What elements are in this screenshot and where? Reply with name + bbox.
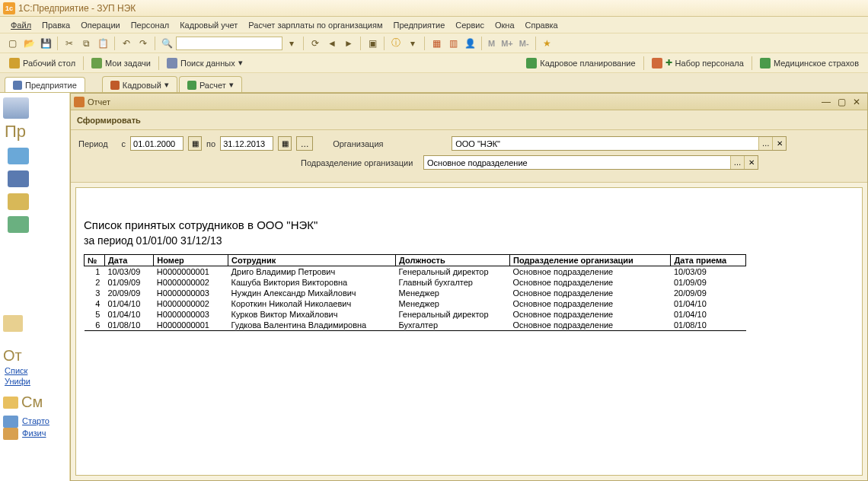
redo-icon[interactable]: ↷ (136, 36, 151, 51)
menu-help[interactable]: Справка (521, 19, 563, 31)
refresh-icon[interactable]: ⟳ (308, 36, 323, 51)
minimize-icon[interactable]: — (819, 96, 834, 108)
menu-service[interactable]: Сервис (451, 19, 489, 31)
find-icon[interactable]: 🔍 (159, 36, 174, 51)
cell-number: Н0000000002 (154, 277, 228, 288)
table-row[interactable]: 601/08/10Н0000000001Гудкова Валентина Вл… (85, 320, 746, 331)
link-unified[interactable]: Унифи (5, 377, 66, 386)
cell-n: 2 (85, 277, 105, 288)
report-section-icon (3, 315, 23, 332)
table-row[interactable]: 501/04/10Н0000000003Курков Виктор Михайл… (85, 309, 746, 320)
cell-hire: 01/08/10 (671, 320, 746, 331)
strip-icon-2[interactable] (8, 170, 29, 187)
org-clear-icon[interactable]: ✕ (772, 137, 786, 150)
cell-n: 5 (85, 309, 105, 320)
cell-employee: Нуждин Александр Михайлович (228, 288, 396, 298)
medical-button[interactable]: Медицинское страхов (755, 56, 863, 70)
enterprise-big-icon (3, 97, 29, 119)
strip-icon-4[interactable] (8, 216, 29, 233)
menu-operations[interactable]: Операции (76, 19, 124, 31)
period-picker-icon[interactable]: … (296, 136, 313, 151)
hr-tab-icon (110, 81, 120, 90)
link-physical[interactable]: Физич (22, 428, 46, 438)
mminus-btn[interactable]: М- (517, 39, 531, 48)
calendar-icon[interactable]: ▥ (445, 36, 461, 51)
calc-icon[interactable]: ▦ (429, 36, 444, 51)
cell-n: 1 (85, 266, 105, 278)
col-num: № (85, 255, 105, 266)
table-row[interactable]: 320/09/09Н0000000003Нуждин Александр Мих… (85, 288, 746, 298)
calendar-to-icon[interactable]: ▦ (278, 136, 292, 151)
user-icon[interactable]: 👤 (462, 36, 477, 51)
menu-file[interactable]: Файл (6, 19, 36, 31)
org-combo[interactable]: ООО "НЭК" … ✕ (452, 136, 787, 151)
dept-combo[interactable]: Основное подразделение … ✕ (423, 155, 758, 170)
search-input[interactable] (176, 37, 282, 50)
table-row[interactable]: 110/03/09Н0000000001Дриго Владимир Петро… (85, 266, 746, 278)
cell-position: Бухгалтер (396, 320, 510, 331)
copy-icon[interactable]: ⧉ (78, 36, 94, 51)
recruitment-button[interactable]: ✚Набор персонала (647, 56, 748, 70)
paste-icon[interactable]: 📋 (95, 36, 110, 51)
save-icon[interactable]: 💾 (38, 36, 53, 51)
dept-select-icon[interactable]: … (730, 156, 744, 169)
app-titlebar: 1c 1С:Предприятие - ЗУП НЭК (0, 0, 868, 17)
menu-payroll[interactable]: Расчет зарплаты по организациям (244, 19, 387, 31)
strip-icon-3[interactable] (8, 193, 29, 210)
people-icon (3, 428, 18, 440)
cell-position: Генеральный директор (396, 309, 510, 320)
cell-hire: 10/03/09 (671, 266, 746, 278)
search-dropdown-icon[interactable]: ▾ (284, 36, 299, 51)
strip-icon-1[interactable] (8, 148, 29, 164)
table-row[interactable]: 201/09/09Н0000000002Кашуба Виктория Викт… (85, 277, 746, 288)
link-start[interactable]: Старто (22, 416, 49, 425)
tab-hr[interactable]: Кадровый ▾ (102, 76, 177, 92)
close-icon[interactable]: ✕ (849, 96, 864, 108)
menu-hr[interactable]: Кадровый учет (175, 19, 242, 31)
recruitment-icon (652, 58, 662, 68)
col-employee: Сотрудник (228, 255, 396, 266)
cell-dept: Основное подразделение (510, 309, 671, 320)
dept-clear-icon[interactable]: ✕ (744, 156, 758, 169)
menu-enterprise[interactable]: Предприятие (389, 19, 450, 31)
maximize-icon[interactable]: ▢ (834, 96, 849, 108)
mplus-btn[interactable]: М+ (499, 39, 515, 48)
undo-icon[interactable]: ↶ (119, 36, 134, 51)
report-table: № Дата Номер Сотрудник Должность Подразд… (84, 254, 746, 331)
back-icon[interactable]: ◄ (324, 36, 340, 51)
star-icon[interactable]: ★ (540, 36, 555, 51)
report-params: Период с ▦ по ▦ … Организация ООО "НЭК" … (71, 130, 867, 183)
cell-n: 6 (85, 320, 105, 331)
tab-enterprise[interactable]: Предприятие (5, 77, 85, 92)
date-from-input[interactable] (130, 136, 183, 151)
cell-employee: Короткин Николай Николаевич (228, 298, 396, 309)
new-icon[interactable]: ▢ (5, 36, 20, 51)
cut-icon[interactable]: ✂ (62, 36, 77, 51)
table-row[interactable]: 401/04/10Н0000000002Короткин Николай Ник… (85, 298, 746, 309)
menu-edit[interactable]: Правка (37, 19, 75, 31)
dept-value: Основное подразделение (424, 158, 730, 167)
search-button[interactable]: Поиск данных ▾ (162, 56, 247, 70)
hr-planning-button[interactable]: Кадровое планирование (522, 56, 640, 70)
open-icon[interactable]: 📂 (21, 36, 37, 51)
help-icon[interactable]: ⓘ (388, 36, 404, 51)
report-title: Отчет (88, 97, 819, 107)
menu-personnel[interactable]: Персонал (126, 19, 174, 31)
dropdown2-icon[interactable]: ▾ (405, 36, 420, 51)
window-icon[interactable]: ▣ (365, 36, 380, 51)
forward-icon[interactable]: ► (341, 36, 356, 51)
tasks-button[interactable]: Мои задачи (87, 56, 155, 70)
org-value: ООО "НЭК" (452, 139, 758, 148)
m-btn[interactable]: М (486, 39, 497, 48)
link-list[interactable]: Списк (5, 366, 66, 375)
org-select-icon[interactable]: … (758, 137, 772, 150)
menu-windows[interactable]: Окна (490, 19, 519, 31)
dept-label: Подразделение организации (301, 158, 419, 167)
form-button[interactable]: Сформировать (77, 116, 141, 125)
date-to-input[interactable] (220, 136, 273, 151)
tab-payroll[interactable]: Расчет ▾ (179, 76, 242, 92)
cell-date: 01/08/10 (104, 320, 153, 331)
cell-hire: 20/09/09 (671, 288, 746, 298)
desktop-button[interactable]: Рабочий стол (5, 56, 80, 70)
calendar-from-icon[interactable]: ▦ (188, 136, 202, 151)
